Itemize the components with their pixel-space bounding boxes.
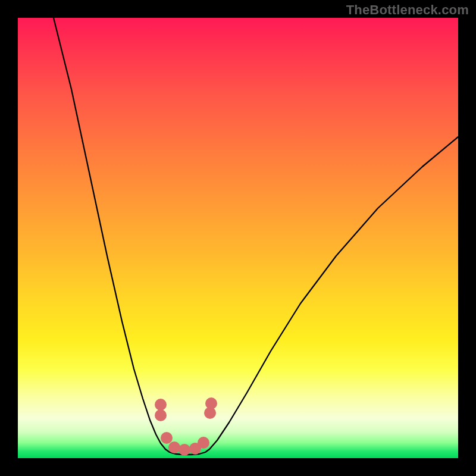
- chart-frame: TheBottleneck.com: [0, 0, 476, 476]
- curve-left-arm: [54, 18, 165, 449]
- valley-dot-4: [178, 444, 190, 456]
- valley-dot-6: [198, 437, 209, 449]
- curve-paths: [54, 18, 458, 455]
- plot-area: [18, 18, 458, 458]
- valley-dot-0: [155, 399, 167, 411]
- valley-dot-1: [155, 409, 167, 421]
- attribution-text: TheBottleneck.com: [346, 2, 469, 18]
- curve-right-arm: [209, 137, 458, 449]
- valley-dot-3: [168, 441, 180, 453]
- valley-dot-2: [161, 432, 173, 444]
- curve-layer: [18, 18, 458, 458]
- valley-dot-8: [205, 397, 217, 409]
